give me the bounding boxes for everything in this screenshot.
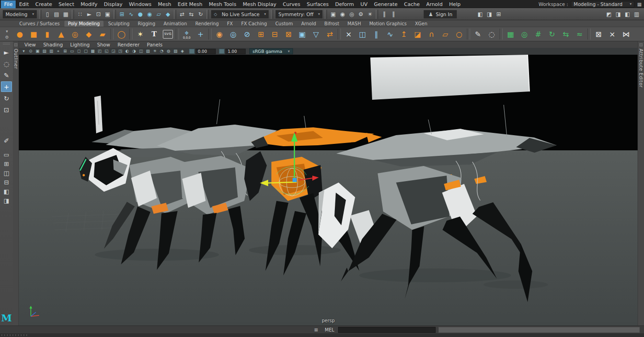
- layout-two-pane-stacked[interactable]: ⊟: [1, 178, 12, 186]
- workspace-settings-icon[interactable]: ▦: [637, 1, 642, 7]
- shelf-poly-torus[interactable]: ◎: [68, 28, 82, 41]
- attribute-editor-tab[interactable]: Attribute Editor: [638, 49, 644, 88]
- make-live[interactable]: ◆: [163, 10, 172, 19]
- shelf-tab-bifrost[interactable]: Bifrost: [321, 21, 343, 27]
- menu-edit-mesh[interactable]: Edit Mesh: [174, 0, 206, 8]
- shelf-fill-hole[interactable]: ▱: [438, 28, 452, 41]
- new-scene[interactable]: ▯: [43, 10, 52, 19]
- toolbox-grip[interactable]: [3, 43, 10, 45]
- shelf-poly-cube[interactable]: ■: [27, 28, 40, 41]
- xray-mode[interactable]: ◑: [131, 48, 138, 54]
- shelf-quad-draw[interactable]: ▦: [504, 28, 518, 41]
- shelf-boolean-intersection[interactable]: ⊘: [240, 28, 254, 41]
- shelf-tab-xgen[interactable]: XGen: [411, 21, 431, 27]
- menu-mesh-tools[interactable]: Mesh Tools: [206, 0, 240, 8]
- symmetry-select[interactable]: Symmetry: Off ▾: [276, 10, 322, 18]
- pause-viewport-updates[interactable]: ‖: [380, 10, 389, 19]
- shelf-tab-curves-surfaces[interactable]: Curves / Surfaces: [16, 21, 63, 27]
- shelf-reduce[interactable]: ▽: [309, 28, 323, 41]
- modeling-toolkit-toggle[interactable]: ◩: [604, 10, 614, 19]
- lock-camera[interactable]: ⊙: [27, 48, 34, 54]
- shelf-tab-custom[interactable]: Custom: [271, 21, 296, 27]
- wireframe-on-shaded[interactable]: ◫: [138, 48, 144, 54]
- view-axis[interactable]: ⌖: [55, 48, 62, 54]
- layout-three-pane[interactable]: ◧: [1, 187, 12, 195]
- panel-layout-split[interactable]: ◨: [485, 10, 494, 19]
- shelf-boolean-union[interactable]: ◉: [213, 28, 226, 41]
- view-transform-select[interactable]: sRGB gamma ▾: [249, 48, 293, 54]
- bookmarks[interactable]: ▤: [41, 48, 48, 54]
- paint-select-tool[interactable]: ✎: [1, 70, 12, 80]
- tool-settings-toggle[interactable]: ◧: [623, 10, 632, 19]
- shelf-tab-arnold[interactable]: Arnold: [298, 21, 320, 27]
- sculpt-tool[interactable]: ✐: [1, 135, 12, 146]
- select-by-hierarchy[interactable]: ∷: [75, 10, 85, 19]
- menu-uv[interactable]: UV: [357, 0, 371, 8]
- shelf-align-origin[interactable]: ⌖0,0,0: [180, 28, 194, 41]
- shelf-slide-edge[interactable]: ⊠: [592, 28, 605, 41]
- gamma-field[interactable]: 1.00: [219, 49, 246, 54]
- shelf-poly-cone[interactable]: ▲: [54, 28, 68, 41]
- panel-toggle-button[interactable]: [639, 43, 643, 46]
- shelf-tab-mash[interactable]: MASH: [344, 21, 364, 27]
- shelf-tab-fx-caching[interactable]: FX Caching: [237, 21, 270, 27]
- channel-box-toggle[interactable]: ▥: [632, 10, 641, 19]
- frame-selection[interactable]: ◳: [117, 48, 124, 54]
- render-settings[interactable]: ⚙: [356, 10, 365, 19]
- shelf-tab-sculpting[interactable]: Sculpting: [104, 21, 133, 27]
- panel-toggle-button[interactable]: [14, 43, 17, 46]
- shelf-poly-prism[interactable]: ▰: [96, 28, 109, 41]
- menu-mesh[interactable]: Mesh: [155, 0, 174, 8]
- shelf-tab-motion-graphics[interactable]: Motion Graphics: [366, 21, 410, 27]
- layout-four-pane[interactable]: ⊞: [1, 160, 12, 168]
- menu-surfaces[interactable]: Surfaces: [304, 0, 332, 8]
- film-gate[interactable]: ▭: [69, 48, 75, 54]
- gate-mask[interactable]: ▢: [82, 48, 89, 54]
- shelf-controls[interactable]: ▾ ⚙: [1, 29, 13, 40]
- viewport-3d-scene[interactable]: [19, 55, 638, 326]
- panel-layout-quad[interactable]: ⊞: [494, 10, 503, 19]
- command-language-toggle[interactable]: MEL: [321, 327, 338, 332]
- light-editor[interactable]: ☀: [365, 10, 374, 19]
- resolution-gate[interactable]: ◻: [75, 48, 82, 54]
- menu-help[interactable]: Help: [446, 0, 464, 8]
- construction-history[interactable]: ↻: [196, 10, 205, 19]
- snap-to-projected-center[interactable]: ◉: [145, 10, 154, 19]
- shelf-poly-sphere[interactable]: ●: [13, 28, 27, 41]
- shelf-poly-plane[interactable]: ◆: [82, 28, 96, 41]
- headsup-display[interactable]: ◐: [124, 48, 131, 54]
- gamma-value[interactable]: 1.00: [225, 49, 246, 54]
- sign-in-button[interactable]: ♟ Sign In: [424, 10, 457, 18]
- shelf-svg-tool[interactable]: SVG: [161, 28, 175, 41]
- snap-to-curve[interactable]: ∿: [126, 10, 136, 19]
- interrupt-render[interactable]: ‖: [389, 10, 398, 19]
- textured-mode[interactable]: ▨: [144, 48, 151, 54]
- shelf-boolean-difference[interactable]: ◎: [226, 28, 240, 41]
- menu-display[interactable]: Display: [101, 0, 126, 8]
- camera-attributes[interactable]: ▣: [34, 48, 41, 54]
- shelf-combine[interactable]: ⊞: [254, 28, 268, 41]
- shelf-bridge[interactable]: ∩: [425, 28, 438, 41]
- shelf-circularize[interactable]: ○: [452, 28, 466, 41]
- shelf-snap-together[interactable]: +: [194, 28, 207, 41]
- save-scene[interactable]: ▦: [61, 10, 70, 19]
- menu-mesh-display[interactable]: Mesh Display: [240, 0, 280, 8]
- menu-arnold[interactable]: Arnold: [423, 0, 446, 8]
- shelf-symmetrize[interactable]: ⇆: [559, 28, 573, 41]
- shelf-tab-poly-modeling[interactable]: Poly Modeling: [64, 21, 104, 27]
- workspace-select[interactable]: Modeling - Standard ▾: [571, 1, 634, 7]
- shelf-smooth[interactable]: ▣: [295, 28, 309, 41]
- shelf-bevel[interactable]: ◪: [411, 28, 425, 41]
- scale-tool[interactable]: ⊡: [1, 104, 12, 115]
- layout-single-pane[interactable]: ▭: [1, 150, 12, 159]
- shelf-tab-rendering[interactable]: Rendering: [191, 21, 222, 27]
- viewport-menu-panels[interactable]: Panels: [143, 42, 166, 47]
- outliner-tab[interactable]: Outliner: [13, 49, 18, 69]
- menu-set-select[interactable]: Modeling ▾: [3, 10, 37, 18]
- shelf-separate[interactable]: ⊟: [268, 28, 282, 41]
- shelf-edit-edge-flow[interactable]: ∿: [383, 28, 397, 41]
- screen-space-ao[interactable]: ◍: [165, 48, 172, 54]
- shelf-merge-vertices[interactable]: ⋈: [619, 28, 633, 41]
- snap-to-grid[interactable]: ⊞: [117, 10, 126, 19]
- live-surface-select[interactable]: ◇ No Live Surface ▾: [211, 10, 269, 18]
